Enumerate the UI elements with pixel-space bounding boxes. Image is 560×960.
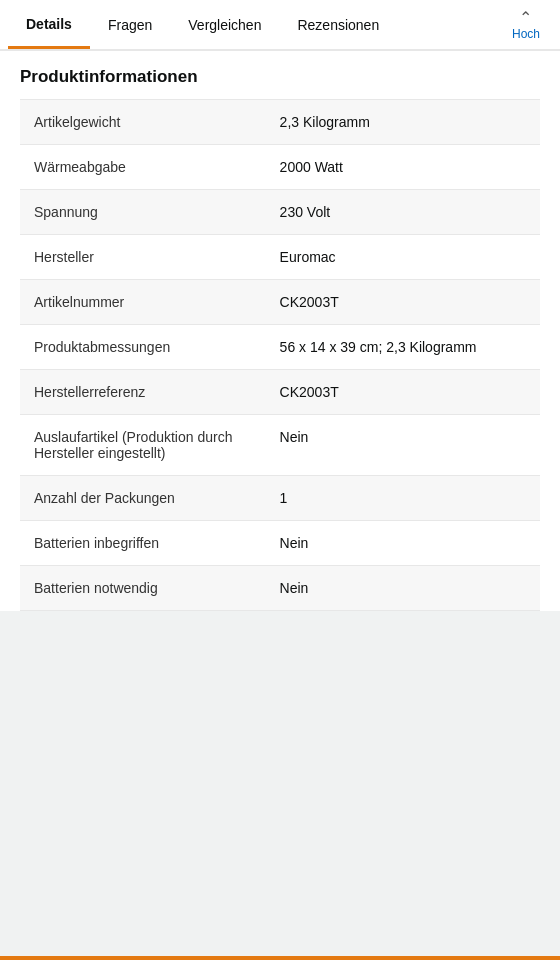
chevron-up-icon: ⌃ [519, 8, 532, 27]
row-value: 230 Volt [270, 190, 540, 235]
bottom-bar [0, 956, 560, 960]
product-info-table: Artikelgewicht2,3 KilogrammWärmeabgabe20… [20, 99, 540, 611]
tab-details[interactable]: Details [8, 2, 90, 49]
tab-bar: Details Fragen Vergleichen Rezensionen ⌃… [0, 0, 560, 51]
hoch-label: Hoch [512, 27, 540, 41]
table-row: HerstellerreferenzCK2003T [20, 370, 540, 415]
row-value: Nein [270, 415, 540, 476]
table-row: Anzahl der Packungen1 [20, 476, 540, 521]
table-row: Wärmeabgabe2000 Watt [20, 145, 540, 190]
row-value: CK2003T [270, 280, 540, 325]
table-row: Batterien inbegriffenNein [20, 521, 540, 566]
row-label: Batterien notwendig [20, 566, 270, 611]
row-value: Euromac [270, 235, 540, 280]
row-label: Spannung [20, 190, 270, 235]
tab-fragen[interactable]: Fragen [90, 3, 170, 47]
row-label: Produktabmessungen [20, 325, 270, 370]
row-value: 2,3 Kilogramm [270, 100, 540, 145]
table-row: Produktabmessungen56 x 14 x 39 cm; 2,3 K… [20, 325, 540, 370]
row-label: Artikelgewicht [20, 100, 270, 145]
row-value: Nein [270, 521, 540, 566]
row-value: 2000 Watt [270, 145, 540, 190]
row-value: Nein [270, 566, 540, 611]
table-row: Batterien notwendigNein [20, 566, 540, 611]
row-label: Wärmeabgabe [20, 145, 270, 190]
hoch-button[interactable]: ⌃ Hoch [500, 0, 552, 49]
row-value: CK2003T [270, 370, 540, 415]
table-row: Spannung230 Volt [20, 190, 540, 235]
row-label: Anzahl der Packungen [20, 476, 270, 521]
table-row: Auslaufartikel (Produktion durch Herstel… [20, 415, 540, 476]
product-info-section: Produktinformationen Artikelgewicht2,3 K… [0, 51, 560, 611]
row-label: Auslaufartikel (Produktion durch Herstel… [20, 415, 270, 476]
row-value: 1 [270, 476, 540, 521]
table-row: HerstellerEuromac [20, 235, 540, 280]
row-label: Hersteller [20, 235, 270, 280]
table-row: ArtikelnummerCK2003T [20, 280, 540, 325]
tab-rezensionen[interactable]: Rezensionen [279, 3, 397, 47]
table-row: Artikelgewicht2,3 Kilogramm [20, 100, 540, 145]
tab-vergleichen[interactable]: Vergleichen [170, 3, 279, 47]
row-label: Batterien inbegriffen [20, 521, 270, 566]
row-label: Artikelnummer [20, 280, 270, 325]
section-title: Produktinformationen [20, 67, 540, 87]
row-value: 56 x 14 x 39 cm; 2,3 Kilogramm [270, 325, 540, 370]
row-label: Herstellerreferenz [20, 370, 270, 415]
